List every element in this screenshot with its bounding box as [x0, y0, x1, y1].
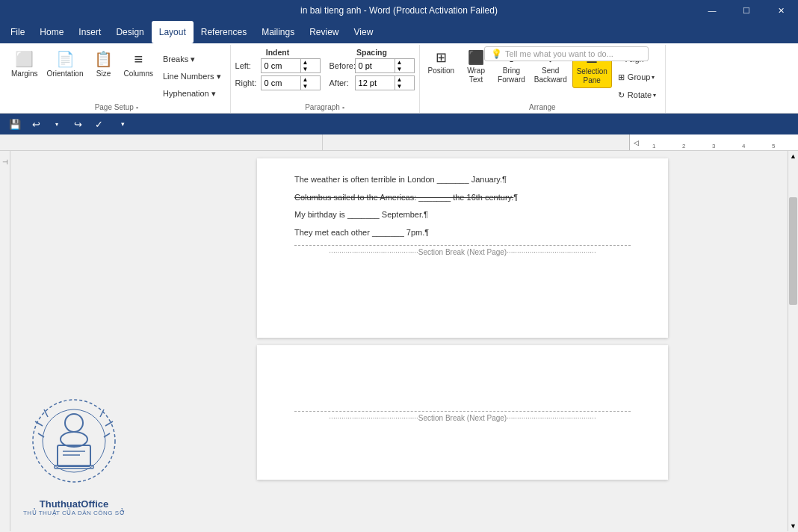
scroll-down-button[interactable]: ▼ [788, 521, 799, 531]
line-2: Columbus sailed to the Americas: _______… [294, 191, 631, 205]
minimize-button[interactable]: — [695, 0, 729, 21]
indent-right-value[interactable] [262, 76, 300, 90]
group-button[interactable]: ⊞ Group ▾ [613, 69, 661, 85]
spacing-section: Spacing Before: ▲ ▼ [330, 48, 415, 90]
menu-insert[interactable]: Insert [71, 21, 108, 43]
indent-right-arrows[interactable]: ▲ ▼ [300, 76, 310, 90]
indent-right-up[interactable]: ▲ [301, 76, 310, 83]
maximize-button[interactable]: ☐ [729, 0, 764, 21]
spacing-before-label: Before: [330, 61, 352, 70]
spacing-after-value[interactable] [356, 76, 395, 90]
line-1: The weather is often terrible in London … [294, 173, 631, 187]
breaks-button[interactable]: Breaks ▾ [158, 51, 226, 67]
title-bar: in bai tieng anh - Word (Product Activat… [0, 0, 798, 21]
logo-sidebar: ThuthuatOffice THỦ THUẬT CỦA DÂN CÔNG SỞ [10, 151, 137, 531]
margins-button[interactable]: ⬜ Margins [7, 48, 42, 81]
position-button[interactable]: ⊞ Position [424, 48, 459, 78]
qat-customize[interactable]: ▾ [114, 115, 132, 133]
columns-button[interactable]: ≡ Columns [120, 48, 157, 81]
menu-layout[interactable]: Layout [152, 21, 194, 43]
paragraph-group-label: Paragraph ▪ [235, 103, 415, 113]
lightbulb-icon: 💡 [491, 49, 502, 59]
spacing-before-value[interactable] [356, 59, 395, 72]
bring-forward-label: BringForward [498, 66, 525, 84]
rotate-button[interactable]: ↻ Rotate ▾ [613, 87, 661, 103]
menu-bar: File Home Insert Design Layout Reference… [0, 21, 798, 43]
size-button[interactable]: 📋 Size [89, 48, 119, 81]
selection-pane-label: SelectionPane [577, 67, 607, 85]
tell-me-bar[interactable]: 💡 Tell me what you want to do... [484, 46, 649, 61]
indent-right-label: Right: [235, 78, 258, 87]
logo-container: ThuthuatOffice THỦ THUẬT CỦA DÂN CÔNG SỞ [18, 396, 130, 516]
watermark-subtitle: THỦ THUẬT CỦA DÂN CÔNG SỞ [18, 510, 130, 516]
menu-references[interactable]: References [194, 21, 254, 43]
window-controls[interactable]: — ☐ ✕ [695, 0, 798, 21]
menu-mailings[interactable]: Mailings [254, 21, 302, 43]
document-area: ⊣ [0, 151, 798, 531]
page-setup-group-label: Page Setup ▪ [7, 103, 226, 113]
group-icon: ⊞ [618, 72, 625, 82]
rotate-dropdown-arrow: ▾ [653, 92, 656, 99]
check-button[interactable]: ✓ [90, 115, 108, 133]
spacing-before-arrows[interactable]: ▲ ▼ [395, 59, 404, 72]
spacing-after-arrows[interactable]: ▲ ▼ [395, 76, 404, 90]
redo-button[interactable]: ↪ [69, 115, 87, 133]
position-icon: ⊞ [436, 50, 447, 66]
logo-svg [22, 396, 126, 493]
menu-file[interactable]: File [3, 21, 32, 43]
spacing-title: Spacing [330, 48, 415, 57]
indent-left-value[interactable] [262, 59, 300, 72]
close-button[interactable]: ✕ [764, 0, 798, 21]
indent-right-input[interactable]: ▲ ▼ [261, 75, 321, 90]
ribbon-group-page-setup: ⬜ Margins 📄 Orientation 📋 Size ≡ Columns [3, 45, 231, 113]
line-numbers-button[interactable]: Line Numbers ▾ [158, 68, 226, 84]
menu-review[interactable]: Review [302, 21, 346, 43]
watermark-title: ThuthuatOffice [18, 498, 130, 510]
scroll-up-button[interactable]: ▲ [788, 151, 799, 161]
orientation-label: Orientation [47, 69, 84, 78]
menu-view[interactable]: View [347, 21, 381, 43]
vertical-ruler: ⊣ [0, 151, 10, 531]
svg-line-13 [100, 409, 104, 417]
indent-title: Indent [235, 48, 321, 57]
menu-design[interactable]: Design [108, 21, 151, 43]
page-2: ········································… [257, 345, 668, 480]
orientation-button[interactable]: 📄 Orientation [43, 48, 87, 81]
indent-left-up[interactable]: ▲ [301, 59, 310, 66]
spacing-after-row: After: ▲ ▼ [330, 75, 415, 90]
scroll-thumb[interactable] [789, 197, 797, 305]
indent-left-row: Left: ▲ ▼ [235, 58, 321, 73]
page-container[interactable]: The weather is often terrible in London … [137, 151, 788, 531]
indent-left-input[interactable]: ▲ ▼ [261, 58, 321, 73]
indent-spacing-controls: Indent Left: ▲ ▼ [235, 48, 415, 90]
margins-icon: ⬜ [15, 50, 34, 68]
line-4: They met each other _______ 7pm.¶ [294, 226, 631, 240]
indent-left-down[interactable]: ▼ [301, 66, 310, 72]
spacing-before-input[interactable]: ▲ ▼ [355, 58, 415, 73]
ribbon-group-paragraph: Indent Left: ▲ ▼ [231, 45, 420, 113]
hyphenation-button[interactable]: Hyphenation ▾ [158, 85, 226, 102]
menu-home[interactable]: Home [32, 21, 71, 43]
scroll-track[interactable] [788, 161, 798, 521]
paragraph-content: Indent Left: ▲ ▼ [235, 48, 415, 103]
spacing-before-up[interactable]: ▲ [395, 59, 404, 66]
spacing-before-down[interactable]: ▼ [395, 66, 404, 72]
section-break-1: ········································… [294, 245, 631, 256]
group-dropdown-arrow: ▾ [652, 74, 655, 81]
svg-point-1 [43, 409, 105, 472]
undo-button[interactable]: ↩ [27, 115, 45, 133]
wrap-text-icon: ⬛ [468, 50, 484, 66]
indent-left-arrows[interactable]: ▲ ▼ [300, 59, 310, 72]
rotate-label: Rotate [628, 90, 652, 99]
save-qat-button[interactable]: 💾 [6, 115, 24, 133]
spacing-after-down[interactable]: ▼ [395, 83, 404, 90]
tell-me-placeholder: Tell me what you want to do... [505, 49, 613, 58]
horizontal-ruler: ◁ 1 2 3 4 5 6 7 8 9 10 11 12 13 [0, 134, 798, 151]
indent-right-down[interactable]: ▼ [301, 83, 310, 90]
indent-left-label: Left: [235, 61, 258, 70]
spacing-after-input[interactable]: ▲ ▼ [355, 75, 415, 90]
line-3: My birthday is _______ September.¶ [294, 208, 631, 222]
vertical-scrollbar[interactable]: ▲ ▼ [788, 151, 798, 531]
undo-dropdown-button[interactable]: ▾ [48, 115, 66, 133]
spacing-after-up[interactable]: ▲ [395, 76, 404, 83]
